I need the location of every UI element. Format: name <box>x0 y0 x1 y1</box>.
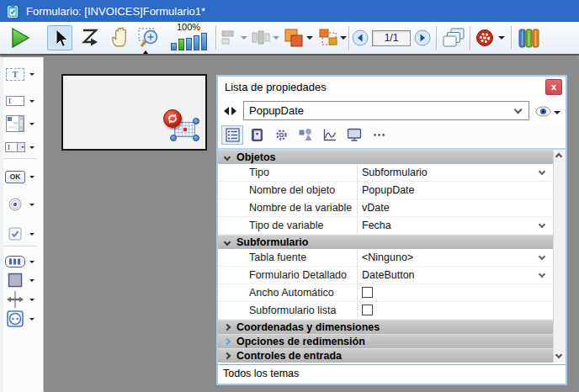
tab-settings-gear[interactable] <box>270 125 292 145</box>
property-label: Subformulario lista <box>218 302 357 319</box>
select-cursor-icon[interactable] <box>47 25 72 50</box>
tab-properties-list[interactable] <box>221 125 243 145</box>
chevron-down-icon[interactable] <box>29 261 35 263</box>
forms-stack-icon[interactable] <box>442 27 465 49</box>
window-title: Formulario: [INVOICES]Formulario1* <box>26 5 205 18</box>
chevron-down-icon[interactable] <box>29 123 35 125</box>
subform-marker <box>183 128 187 131</box>
chevron-down-icon[interactable] <box>29 299 35 301</box>
tab-order-icon[interactable] <box>78 25 102 49</box>
page-indicator-field[interactable]: 1/1 <box>372 30 411 46</box>
tool-splitter-control[interactable] <box>3 289 40 310</box>
align-dropdown-icon[interactable] <box>241 36 247 40</box>
section-header-redimension[interactable]: Opciones de redimensión <box>218 334 553 348</box>
pan-hand-icon[interactable] <box>109 25 132 49</box>
zoom-marker <box>143 50 148 54</box>
selection-handle[interactable] <box>193 135 199 141</box>
section-header-objetos[interactable]: Objetos <box>218 150 553 164</box>
tool-radio-button[interactable] <box>3 194 40 215</box>
property-label: Nombre del objeto <box>218 182 357 199</box>
tool-list-box[interactable] <box>3 113 40 135</box>
chevron-down-icon[interactable] <box>539 271 545 278</box>
bring-to-front-icon[interactable] <box>283 27 305 49</box>
scroll-down-icon[interactable] <box>555 352 562 358</box>
section-header-coordenadas[interactable]: Coordenadas y dimensiones <box>218 320 553 334</box>
front-dropdown-icon[interactable] <box>306 36 313 40</box>
tool-toolbar-control[interactable] <box>3 252 40 272</box>
chevron-down-icon[interactable] <box>29 146 35 149</box>
chevron-down-icon[interactable] <box>29 318 35 320</box>
section-header-controles-entrada[interactable]: Controles de entrada <box>218 348 553 363</box>
property-value: PopupDate <box>357 182 553 199</box>
sidebar-separator <box>3 246 37 246</box>
tool-check-box[interactable] <box>3 224 40 244</box>
tool-static-text[interactable]: T <box>3 64 40 84</box>
property-value: <Ninguno> <box>357 249 553 266</box>
selection-handle[interactable] <box>170 135 177 141</box>
form-designer-window: Formulario: [INVOICES]Formulario1* 100% <box>0 0 579 392</box>
visibility-eye-icon[interactable] <box>535 105 551 120</box>
property-label: Tipo <box>218 164 357 181</box>
distribute-dropdown-icon[interactable] <box>273 36 279 40</box>
property-label: Tabla fuente <box>218 249 357 266</box>
toolbar-control-icon <box>3 256 27 268</box>
arrange-order-icon[interactable] <box>317 27 339 49</box>
chevron-down-icon[interactable] <box>29 73 35 76</box>
edit-field-icon: I <box>3 96 27 106</box>
scroll-up-icon[interactable] <box>555 153 562 160</box>
tab-data-book[interactable] <box>246 125 268 145</box>
tool-frame-control[interactable] <box>3 270 40 290</box>
previous-object-icon[interactable] <box>224 107 229 115</box>
themes-books-icon[interactable] <box>518 27 541 49</box>
tab-display-monitor[interactable] <box>343 125 365 145</box>
tab-objects-shapes[interactable] <box>295 125 316 145</box>
form-design-surface[interactable] <box>61 74 207 151</box>
chevron-down-icon[interactable] <box>29 279 35 282</box>
chevron-down-icon[interactable] <box>29 233 35 236</box>
tab-events-curve[interactable] <box>319 125 341 145</box>
zoom-level-bars[interactable]: 100% <box>165 22 212 54</box>
zoom-bars-icon[interactable] <box>165 32 212 50</box>
tool-edit-field[interactable]: I <box>3 91 40 111</box>
close-icon[interactable]: x <box>545 79 562 95</box>
check-box-icon <box>3 227 27 241</box>
section-header-subformulario[interactable]: Subformulario <box>218 235 553 249</box>
chevron-down-icon[interactable] <box>29 204 35 206</box>
chevron-down-icon[interactable] <box>539 253 545 260</box>
chevron-down-icon[interactable] <box>29 100 35 103</box>
options-dropdown-icon[interactable] <box>498 36 505 40</box>
object-selector-combobox[interactable]: PopupDate <box>243 101 529 120</box>
properties-tabs <box>218 124 566 146</box>
chevron-down-icon[interactable] <box>539 221 545 228</box>
properties-panel-titlebar[interactable]: Lista de propiedades x <box>218 77 566 98</box>
object-nav-arrows[interactable] <box>224 107 236 115</box>
chevron-down-icon[interactable] <box>539 168 545 175</box>
eye-dropdown-icon[interactable] <box>554 111 560 114</box>
property-value-text[interactable]: PopupDate <box>362 184 415 196</box>
tool-socket-control[interactable] <box>3 309 40 329</box>
run-icon[interactable] <box>7 25 32 50</box>
property-value-text[interactable]: Fecha <box>362 220 391 231</box>
previous-page-icon[interactable] <box>352 29 369 46</box>
tool-ok-button[interactable]: OK <box>3 167 40 187</box>
checkbox[interactable] <box>362 287 373 298</box>
order-dropdown-icon[interactable] <box>340 36 347 40</box>
selection-handle[interactable] <box>193 118 199 124</box>
socket-control-icon <box>3 310 27 327</box>
options-gear-icon[interactable] <box>475 29 494 47</box>
property-value-text[interactable]: DateButton <box>362 269 415 281</box>
scrollbar[interactable] <box>553 150 566 363</box>
properties-panel-title: Lista de propiedades <box>225 81 327 93</box>
property-row-nombre-objeto: Nombre del objetoPopupDate <box>218 182 553 199</box>
checkbox[interactable] <box>362 305 373 315</box>
zoom-region-icon[interactable] <box>136 25 162 50</box>
chevron-down-icon[interactable] <box>29 176 35 178</box>
property-value-text[interactable]: vDate <box>362 202 390 214</box>
tool-combo-box[interactable]: I <box>3 137 40 157</box>
next-page-icon[interactable] <box>414 29 431 46</box>
tab-more-options[interactable] <box>368 125 390 145</box>
property-value-text[interactable]: <Ninguno> <box>362 252 413 263</box>
property-value-text[interactable]: Subformulario <box>362 167 428 178</box>
subform-badge-icon <box>163 109 182 128</box>
next-object-icon[interactable] <box>231 107 236 115</box>
